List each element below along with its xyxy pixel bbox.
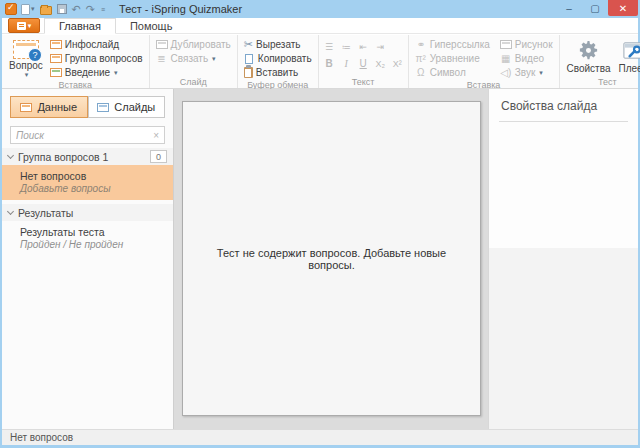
search-clear-icon[interactable]: ×	[153, 130, 159, 141]
cut-button[interactable]: ✂Вырезать	[242, 38, 314, 51]
sidebar-tab-slides[interactable]: Слайды	[88, 96, 166, 118]
copy-icon	[245, 54, 253, 64]
player-wrench-icon	[622, 39, 640, 62]
group-label-text: Текст	[323, 76, 404, 88]
sidebar: Данные Слайды × Группа вопросов 1 0	[2, 89, 174, 429]
more-icon: ≡	[101, 6, 105, 13]
superscript-button[interactable]: X²	[391, 59, 404, 69]
paste-icon	[244, 67, 253, 78]
question-slide-icon	[13, 40, 39, 59]
chevron-down-icon: ▾	[114, 69, 118, 77]
ribbon: Вопрос ▾ Инфослайд Группа вопросов Введе…	[2, 35, 638, 89]
group-label-slide: Слайд	[154, 76, 233, 88]
save-icon	[57, 4, 67, 14]
infoslide-button[interactable]: Инфослайд	[48, 38, 145, 51]
group-header-results[interactable]: Результаты	[2, 204, 173, 221]
redo-button[interactable]: ↷	[86, 2, 95, 16]
slide-canvas: Тест не содержит вопросов. Добавьте новы…	[174, 89, 488, 429]
new-document-button[interactable]: ▾	[21, 2, 35, 16]
open-button[interactable]	[40, 2, 52, 16]
intro-button[interactable]: Введение▾	[48, 66, 145, 79]
subscript-button[interactable]: X₂	[374, 59, 387, 69]
chevron-down-icon: ▾	[28, 22, 32, 30]
slide-page[interactable]: Тест не содержит вопросов. Добавьте новы…	[182, 101, 481, 416]
maximize-button[interactable]: ▢	[582, 0, 608, 16]
undo-icon: ↶	[72, 2, 81, 16]
ribbon-group-slide: Дублировать ≣Связать▾ Слайд	[150, 35, 238, 88]
redo-icon: ↷	[86, 2, 95, 16]
empty-test-message: Тест не содержит вопросов. Добавьте новы…	[183, 247, 480, 271]
slide-properties-panel: Свойства слайда	[488, 89, 638, 429]
group-header-questions[interactable]: Группа вопросов 1 0	[2, 148, 173, 165]
chevron-down-icon: ▾	[539, 69, 543, 77]
app-window: ▾ ↶ ↷ ≡ Тест - iSpring Quizmaker – ▢ ✕ ▾…	[0, 0, 640, 448]
question-group-button[interactable]: Группа вопросов	[48, 52, 145, 65]
list-item-test-results[interactable]: Результаты теста Пройден / Не пройден	[2, 221, 173, 256]
hyperlink-button[interactable]: ⚭Гиперссылка	[413, 38, 492, 51]
symbol-button[interactable]: ΩСимвол	[413, 66, 492, 79]
undo-button[interactable]: ↶	[72, 2, 81, 16]
intro-icon	[50, 68, 62, 77]
symbol-icon: Ω	[415, 67, 427, 78]
numbered-list-icon[interactable]: ≔	[340, 42, 353, 52]
status-text: Нет вопросов	[10, 432, 73, 443]
save-button[interactable]	[57, 2, 67, 16]
duplicate-button[interactable]: Дублировать	[154, 38, 233, 51]
link-button[interactable]: ≣Связать▾	[154, 52, 233, 65]
hyperlink-icon: ⚭	[415, 39, 427, 50]
sidebar-tab-data[interactable]: Данные	[10, 96, 88, 118]
bold-button[interactable]: B	[323, 58, 336, 69]
increase-indent-icon[interactable]: ⇥	[374, 42, 387, 52]
italic-button[interactable]: I	[340, 58, 353, 69]
ribbon-group-clipboard: ✂Вырезать Копировать Вставить Буфер обме…	[238, 35, 319, 88]
underline-button[interactable]: U	[357, 58, 370, 69]
paste-button[interactable]: Вставить	[242, 66, 314, 79]
ribbon-group-insert: Вопрос ▾ Инфослайд Группа вопросов Введе…	[2, 35, 150, 88]
close-button[interactable]: ✕	[608, 0, 638, 16]
ribbon-group-insert-objects: ⚭Гиперссылка π²Уравнение ΩСимвол Рисунок…	[409, 35, 560, 88]
sound-button[interactable]: ◁)Звук▾	[498, 66, 555, 79]
list-item-no-questions[interactable]: Нет вопросов Добавьте вопросы	[2, 165, 173, 200]
equation-icon: π²	[415, 53, 427, 64]
window-controls: – ▢ ✕	[556, 0, 638, 16]
search-box: ×	[10, 126, 165, 144]
panel-empty-area	[489, 248, 638, 429]
slides-icon	[97, 103, 109, 112]
ribbon-tab-row: ▾ Главная Помощь	[2, 18, 638, 34]
title-bar: ▾ ↶ ↷ ≡ Тест - iSpring Quizmaker – ▢ ✕	[0, 0, 640, 18]
sound-icon: ◁)	[500, 67, 512, 78]
equation-button[interactable]: π²Уравнение	[413, 52, 492, 65]
chevron-down-icon	[7, 152, 14, 159]
bullet-list-icon[interactable]: ☰	[323, 42, 336, 52]
app-menu-icon	[17, 22, 26, 30]
panel-title: Свойства слайда	[489, 89, 638, 121]
main-body: Данные Слайды × Группа вопросов 1 0	[2, 89, 638, 429]
copy-button[interactable]: Копировать	[242, 52, 314, 65]
status-bar: Нет вопросов	[2, 429, 638, 445]
video-button[interactable]: ▦Видео	[498, 52, 555, 65]
customize-qat-button[interactable]: ≡	[100, 2, 105, 16]
search-input[interactable]	[16, 130, 153, 141]
window-title: Тест - iSpring Quizmaker	[119, 3, 242, 15]
question-count-badge: 0	[150, 150, 167, 163]
minimize-button[interactable]: –	[556, 0, 582, 16]
question-group-icon	[50, 54, 62, 63]
sidebar-tabs: Данные Слайды	[2, 89, 173, 123]
tab-help[interactable]: Помощь	[116, 18, 187, 33]
picture-icon	[500, 40, 512, 49]
chevron-down-icon: ▾	[25, 71, 29, 79]
tab-home[interactable]: Главная	[44, 18, 116, 34]
decrease-indent-icon[interactable]: ⇤	[357, 42, 370, 52]
question-button[interactable]: Вопрос ▾	[6, 37, 46, 79]
player-button[interactable]: Плеер	[615, 37, 640, 76]
picture-button[interactable]: Рисунок	[498, 38, 555, 51]
scissors-icon: ✂	[244, 39, 253, 50]
app-menu-button[interactable]: ▾	[8, 18, 40, 33]
properties-button[interactable]: Свойства	[564, 37, 614, 76]
quick-access-toolbar: ▾ ↶ ↷ ≡	[21, 2, 105, 16]
new-document-icon	[21, 4, 30, 15]
gear-icon	[577, 39, 600, 62]
data-list-icon	[20, 103, 32, 112]
ribbon-group-text: ☰ ≔ ⇤ ⇥ B I U X₂ X² Текст	[319, 35, 409, 88]
chevron-down-icon: ▾	[212, 55, 216, 63]
